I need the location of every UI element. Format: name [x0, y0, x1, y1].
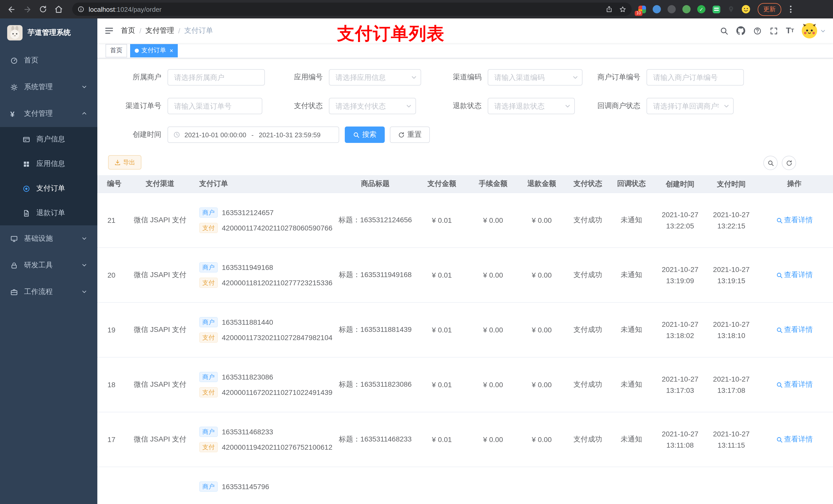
extension-green-icon[interactable]: [681, 4, 692, 14]
channel-order-input[interactable]: [168, 98, 262, 114]
sidebar-item-app-info[interactable]: 应用信息: [0, 152, 97, 176]
merchant-order-no: 1635311949168: [222, 263, 273, 271]
help-icon[interactable]: [753, 26, 762, 35]
column-header: 支付渠道: [125, 175, 195, 193]
bookmark-star-icon[interactable]: [619, 5, 626, 13]
export-button[interactable]: 导出: [108, 155, 141, 170]
extension-dark-icon[interactable]: [667, 4, 677, 14]
merchant-order-input[interactable]: [646, 69, 744, 86]
extensions-pin-icon[interactable]: [726, 4, 736, 14]
tab-close-icon[interactable]: ×: [169, 47, 173, 53]
cell-notify-status: 未通知: [610, 412, 653, 466]
search-button[interactable]: 搜索: [345, 126, 385, 143]
view-detail-link[interactable]: 查看详情: [776, 435, 813, 444]
breadcrumb-home[interactable]: 首页: [121, 26, 135, 35]
sidebar-item-merchant-info[interactable]: 商户信息: [0, 127, 97, 152]
filter-label: 渠道订单号: [97, 101, 161, 111]
sidebar-item-label: 基础设施: [24, 234, 53, 243]
sidebar-item-infra[interactable]: 基础设施: [0, 225, 97, 252]
cell-channel: 微信 JSAPI 支付: [125, 248, 195, 302]
tab-pay-order[interactable]: 支付订单 ×: [130, 44, 178, 57]
cell-refund: [518, 467, 566, 504]
page-content: 所属商户 应用编号 渠道编码 商户订单编号 渠道订单号: [97, 58, 833, 504]
pay-status-select[interactable]: [329, 98, 416, 114]
url-bar[interactable]: localhost:1024/pay/order: [72, 3, 632, 16]
filter-label: 退款状态: [425, 101, 481, 111]
filter-refund-status: 退款状态: [425, 98, 575, 114]
cell-pay-order: 商户 1635311468233 支付 42000011942021102767…: [195, 412, 336, 466]
cell-pay-order: 商户 1635311949168 支付 42000011812021102777…: [195, 248, 336, 302]
sidebar-item-home[interactable]: 首页: [0, 47, 97, 74]
extension-blue-icon[interactable]: [652, 4, 662, 14]
merchant-tag: 商户: [199, 372, 218, 382]
reload-icon[interactable]: [39, 5, 47, 13]
pay-tag: 支付: [199, 387, 218, 398]
sidebar-item-pay[interactable]: ¥ 支付管理: [0, 100, 97, 127]
back-icon[interactable]: [7, 5, 16, 14]
sidebar: 芋道管理系统 首页 系统管理: [0, 19, 97, 504]
document-icon: [23, 209, 30, 217]
extension-chat-icon[interactable]: [711, 4, 721, 14]
cell-pay-status: 支付成功: [566, 303, 610, 357]
merchant-select[interactable]: [168, 69, 265, 86]
pay-tag: 支付: [199, 442, 218, 452]
profile-avatar-icon[interactable]: [741, 4, 751, 14]
cell-action: [756, 467, 833, 504]
view-detail-link[interactable]: 查看详情: [776, 380, 813, 389]
view-detail-link[interactable]: 查看详情: [776, 216, 813, 225]
site-info-icon[interactable]: [77, 6, 85, 13]
cell-pay-status: 支付成功: [566, 358, 610, 412]
cell-amount: ¥ 0.01: [415, 193, 469, 247]
cell-pay-time: 2021-10-2713:19:15: [707, 248, 756, 302]
cell-action: 查看详情: [756, 412, 833, 466]
screen: localhost:1024/pay/order 10 ✓: [0, 0, 833, 504]
sidebar-item-devtools[interactable]: 研发工具: [0, 252, 97, 279]
orders-table: 编号 支付渠道 支付订单 商品标题 支付金额 手续金额 退款金额 支付状态 回调…: [97, 175, 833, 504]
cell-fee: ¥ 0.00: [469, 193, 518, 247]
column-header: 支付金额: [415, 175, 469, 193]
browser-update-button[interactable]: 更新: [758, 3, 781, 16]
channel-pay-no: 4200001181202110277723215336: [222, 279, 332, 287]
app-select[interactable]: [329, 69, 421, 86]
url-text: localhost:1024/pay/order: [89, 5, 605, 13]
merchant-tag: 商户: [199, 317, 218, 327]
font-size-icon[interactable]: TT: [786, 27, 794, 35]
toggle-search-button[interactable]: [763, 156, 778, 170]
date-range-picker[interactable]: 2021-10-01 00:00:00 - 2021-10-31 23:59:5…: [168, 126, 339, 143]
app-logo[interactable]: 芋道管理系统: [0, 19, 97, 47]
refresh-table-button[interactable]: [782, 156, 796, 170]
forward-icon[interactable]: [23, 5, 32, 14]
extension-check-icon[interactable]: ✓: [696, 4, 707, 14]
browser-nav: [5, 5, 67, 14]
sidebar-item-workflow[interactable]: 工作流程: [0, 279, 97, 305]
search-icon[interactable]: [720, 26, 729, 35]
sidebar-toggle-icon[interactable]: [97, 26, 121, 35]
browser-menu-icon[interactable]: [788, 6, 793, 13]
refund-status-select[interactable]: [488, 98, 575, 114]
notify-status-select[interactable]: [646, 98, 734, 114]
share-icon[interactable]: [605, 6, 613, 13]
filter-channel-order-no: 渠道订单号: [97, 98, 262, 114]
table-header: 编号 支付渠道 支付订单 商品标题 支付金额 手续金额 退款金额 支付状态 回调…: [97, 175, 833, 193]
grid-icon: [23, 160, 30, 168]
extension-colorful-icon[interactable]: 10: [637, 4, 647, 14]
breadcrumb-pay[interactable]: 支付管理: [145, 26, 174, 35]
sidebar-item-system[interactable]: 系统管理: [0, 74, 97, 100]
view-detail-link[interactable]: 查看详情: [776, 270, 813, 280]
home-icon[interactable]: [54, 5, 63, 14]
sidebar-item-pay-order[interactable]: 支付订单: [0, 176, 97, 201]
table-row: 19 微信 JSAPI 支付 商户 1635311881440 支付 42000…: [97, 303, 833, 358]
tab-home[interactable]: 首页: [105, 44, 127, 57]
reset-button[interactable]: 重置: [390, 126, 430, 143]
browser-chrome: localhost:1024/pay/order 10 ✓: [0, 0, 833, 19]
view-detail-link[interactable]: 查看详情: [776, 325, 813, 334]
column-header: 操作: [756, 175, 833, 193]
sidebar-item-refund-order[interactable]: 退款订单: [0, 201, 97, 225]
column-header: 创建时间: [653, 175, 707, 193]
user-menu[interactable]: [802, 23, 826, 39]
fullscreen-icon[interactable]: [769, 26, 778, 35]
column-header: 退款金额: [518, 175, 566, 193]
github-icon[interactable]: [736, 26, 745, 35]
cell-pay-order: 商户 1635311823086 支付 42000011672021102710…: [195, 358, 336, 412]
channel-code-select[interactable]: [488, 69, 582, 86]
